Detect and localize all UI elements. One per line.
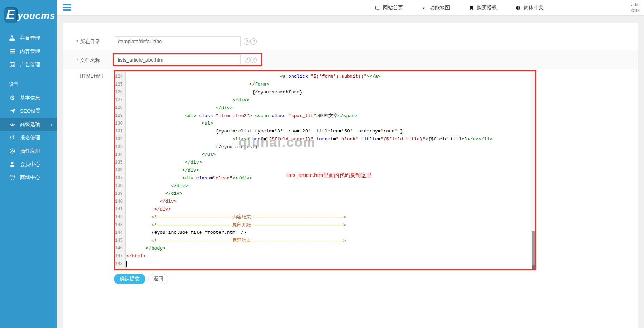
- line-number: 133: [115, 144, 125, 149]
- annotation-text: lists_article.htm里面的代码复制这里: [286, 172, 371, 179]
- org-chart-icon: [9, 35, 15, 42]
- required-asterisk: *: [76, 57, 78, 63]
- bookmark-icon: [468, 5, 474, 11]
- help-icon[interactable]: ?: [250, 38, 257, 45]
- line-number: 126: [115, 90, 125, 95]
- sidebar-item-cart[interactable]: 商城中心: [0, 171, 57, 184]
- sidebar-item-label: 插件应用: [20, 148, 40, 154]
- sidebar-item-list[interactable]: 内容管理: [0, 45, 57, 58]
- chevron-right-icon: ›: [51, 121, 53, 128]
- line-number: 128: [115, 105, 125, 110]
- line-number: 145: [115, 238, 125, 243]
- list-icon: [9, 48, 15, 55]
- code-line: 148: [115, 260, 531, 268]
- line-number: 140: [115, 199, 125, 204]
- code-line: 140 </div>: [115, 198, 531, 206]
- code-line: 127 </div>: [115, 96, 531, 104]
- image-icon: [9, 62, 15, 68]
- code-line: 131 {eyou:arclist typeid='3' row='20' ti…: [115, 127, 531, 135]
- sidebar-item-user[interactable]: 会员中心: [0, 158, 57, 171]
- code-line: 143 <!—————————————————————————— 尾部开始 ——…: [115, 221, 531, 229]
- code-line: 124 <a onclick="$('form').submit()"></a>: [115, 73, 531, 81]
- line-number: 148: [115, 261, 125, 266]
- topbar-link-bookmark[interactable]: 购买授权: [468, 5, 497, 11]
- required-asterisk: *: [76, 39, 78, 44]
- topbar-link-monitor[interactable]: 网站首页: [375, 5, 403, 11]
- code-line: 126 {/eyou:searchform}: [115, 88, 531, 96]
- filename-highlight-box: ? ?: [113, 53, 262, 66]
- help-icon[interactable]: ?: [244, 38, 250, 45]
- scrollbar-thumb[interactable]: [532, 231, 535, 265]
- line-number: 132: [115, 136, 125, 141]
- line-number: 146: [115, 246, 125, 251]
- code-line: 129 <div class="item item2"> <span class…: [115, 112, 531, 120]
- sidebar-item-label: 报名管理: [20, 135, 40, 141]
- sidebar-item-plugin[interactable]: 插件应用: [0, 144, 57, 158]
- line-number: 142: [115, 214, 125, 220]
- sidebar-main-menu: 栏目管理内容管理广告管理: [0, 32, 57, 71]
- line-number: 134: [115, 152, 125, 157]
- line-number: 144: [115, 230, 125, 235]
- line-number: 130: [115, 121, 125, 126]
- filename-label: *文件名称: [76, 57, 100, 64]
- hamburger-menu-icon[interactable]: [63, 4, 71, 11]
- gear-icon: ⚙: [9, 95, 15, 101]
- line-number: 124: [115, 74, 125, 79]
- code-icon: </>: [9, 121, 15, 128]
- line-number: 135: [115, 160, 125, 165]
- back-button[interactable]: 返回: [148, 274, 168, 284]
- sidebar-item-image[interactable]: 广告管理: [0, 58, 57, 71]
- line-number: 137: [115, 175, 125, 180]
- sidebar-item-label: 高级选项: [20, 121, 40, 128]
- topbar: 网站首页◐功能地图购买授权简体中文 adm 创始: [57, 0, 644, 16]
- help-icon[interactable]: ?: [244, 57, 250, 63]
- line-number: 125: [115, 82, 125, 87]
- app-logo[interactable]: Eyoucms: [0, 0, 57, 23]
- text-caret: [126, 261, 127, 267]
- line-number: 129: [115, 113, 125, 118]
- sidebar-item-label: 会员中心: [20, 161, 40, 168]
- sidebar-item-org-chart[interactable]: 栏目管理: [0, 32, 57, 45]
- sidebar-item-paper-plane[interactable]: SEO设置: [0, 105, 57, 118]
- line-number: 139: [115, 191, 125, 196]
- user-role: 创始: [631, 8, 640, 13]
- logo-e-badge: E: [4, 7, 18, 23]
- code-line: 135 </div>: [115, 159, 531, 167]
- line-number: 131: [115, 129, 125, 134]
- sidebar-item-label: SEO设置: [20, 108, 41, 115]
- globe-icon: [515, 5, 521, 11]
- dir-input[interactable]: [114, 36, 241, 47]
- code-line: 146 </body>: [115, 245, 531, 252]
- sidebar-item-code[interactable]: </>高级选项›: [0, 118, 57, 131]
- topbar-link-label: 购买授权: [477, 5, 497, 11]
- paper-plane-icon: [9, 108, 15, 115]
- topbar-link-globe[interactable]: 简体中文: [515, 5, 544, 11]
- code-line: 142 <!—————————————————————————— 内容结束 ——…: [115, 213, 531, 221]
- filename-input[interactable]: [114, 54, 241, 65]
- help-icon[interactable]: ?: [250, 57, 257, 63]
- html-code-editor[interactable]: 124 <a onclick="$('form').submit()"></a>…: [114, 70, 536, 270]
- submit-button[interactable]: 确认提交: [114, 274, 145, 284]
- cart-icon: [9, 174, 15, 181]
- code-line: 125 </form>: [115, 81, 531, 88]
- code-line: 139 </div>: [115, 190, 531, 198]
- sidebar-section-label: 设置: [9, 81, 57, 88]
- form-buttons: 确认提交 返回: [114, 274, 168, 284]
- code-line: 132 <li><a href="{$field.arcurl}" target…: [115, 135, 531, 143]
- code-line: 147</html>: [115, 252, 531, 260]
- sidebar-item-undo[interactable]: ↺报名管理: [0, 131, 57, 144]
- editor-scrollbar[interactable]: [531, 71, 535, 269]
- topbar-link-half-circle[interactable]: ◐功能地图: [422, 5, 450, 11]
- undo-icon: ↺: [9, 135, 15, 141]
- half-circle-icon: ◐: [422, 5, 427, 11]
- sidebar-item-gear[interactable]: ⚙基本信息: [0, 91, 57, 105]
- code-line: 138 </div>: [115, 182, 531, 190]
- plugin-icon: [9, 148, 15, 154]
- code-line: 145 <!—————————————————————————— 尾部结束 ——…: [115, 237, 531, 245]
- topbar-links: 网站首页◐功能地图购买授权简体中文: [375, 0, 544, 16]
- dir-label: *所在目录: [76, 39, 100, 45]
- code-line: 130 <ul>: [115, 120, 531, 127]
- line-number: 138: [115, 183, 125, 188]
- user-info[interactable]: adm 创始: [631, 2, 640, 13]
- content-panel: *所在目录 ? ? *文件名称 ? ? HTML代码 124 <a onclic…: [63, 23, 638, 328]
